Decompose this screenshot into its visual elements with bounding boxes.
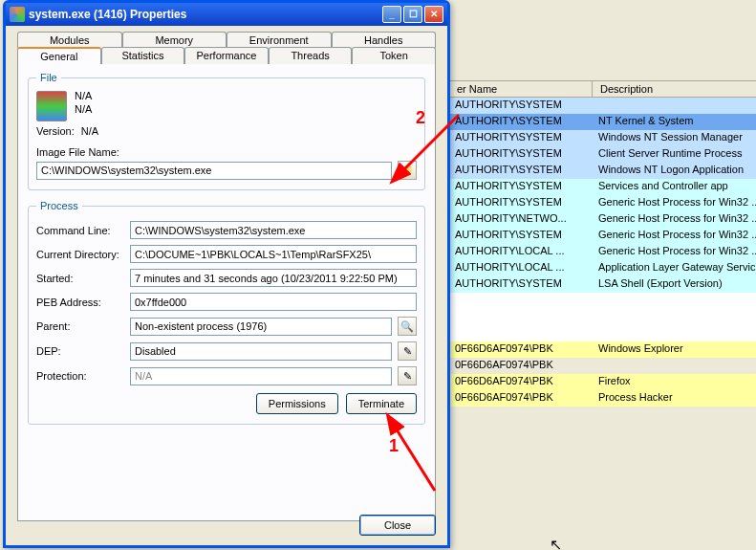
table-row[interactable]: AUTHORITY\SYSTEM (449, 98, 756, 114)
edit-dep-button[interactable]: ✎ (398, 341, 417, 361)
tab-token[interactable]: Token (352, 47, 436, 64)
cell-username: AUTHORITY\SYSTEM (449, 195, 593, 211)
cell-username: 0F66D6AF0974\PBK (449, 390, 593, 407)
parent-input[interactable] (130, 318, 392, 336)
titlebar[interactable]: system.exe (1416) Properties _ ☐ ✕ (6, 3, 447, 26)
close-window-button[interactable]: ✕ (424, 6, 443, 23)
tab-performance[interactable]: Performance (184, 47, 269, 64)
cell-username: 0F66D6AF0974\PBK (449, 358, 593, 374)
folder-icon: 📁 (400, 165, 414, 177)
cell-description: NT Kernel & System (593, 114, 756, 130)
cmdline-input[interactable] (130, 221, 417, 239)
file-group: File N/A N/A Version: N/A Image File Nam… (28, 72, 425, 190)
table-row[interactable]: AUTHORITY\SYSTEMNT Kernel & System (449, 114, 756, 130)
tab-memory[interactable]: Memory (122, 32, 227, 48)
process-group: Process Command Line: Current Directory:… (28, 200, 425, 425)
file-desc-line1: N/A (75, 89, 92, 102)
process-legend: Process (36, 200, 82, 211)
bg-process-list[interactable]: AUTHORITY\SYSTEMAUTHORITY\SYSTEMNT Kerne… (449, 98, 756, 407)
browse-file-button[interactable]: 📁 (398, 161, 417, 180)
protection-input (130, 367, 392, 385)
cell-description: Application Layer Gateway Service (593, 260, 756, 276)
tab-threads[interactable]: Threads (269, 47, 353, 64)
curdir-input[interactable] (130, 245, 417, 263)
maximize-button[interactable]: ☐ (403, 6, 422, 23)
cell-description (593, 309, 756, 325)
cell-username: AUTHORITY\SYSTEM (449, 276, 593, 293)
tab-modules[interactable]: Modules (17, 32, 122, 48)
app-icon (10, 7, 25, 22)
image-file-name-input[interactable] (36, 162, 392, 180)
terminate-button[interactable]: Terminate (346, 393, 417, 414)
close-button[interactable]: Close (359, 515, 436, 536)
dep-input[interactable] (130, 342, 392, 361)
window-title: system.exe (1416) Properties (29, 8, 382, 21)
table-row[interactable]: AUTHORITY\LOCAL ...Application Layer Gat… (449, 260, 756, 276)
cell-description (593, 325, 756, 341)
table-row[interactable]: AUTHORITY\SYSTEMGeneric Host Process for… (449, 228, 756, 244)
bg-col-description[interactable]: Description (593, 81, 756, 97)
cell-description: Services and Controller app (593, 179, 756, 195)
cell-description: Firefox (593, 374, 756, 390)
parent-label: Parent: (36, 320, 124, 332)
table-row[interactable]: 0F66D6AF0974\PBKProcess Hacker (449, 390, 756, 407)
bg-col-username[interactable]: er Name (449, 81, 593, 97)
started-label: Started: (36, 273, 124, 284)
tab-strip: ModulesMemoryEnvironmentHandles GeneralS… (17, 32, 436, 64)
table-row[interactable] (449, 325, 756, 341)
cell-username: AUTHORITY\NETWO... (449, 211, 593, 228)
file-icon (36, 91, 67, 121)
image-file-name-label: Image File Name: (36, 146, 417, 158)
cell-username: AUTHORITY\SYSTEM (449, 163, 593, 179)
tab-handles[interactable]: Handles (332, 32, 437, 48)
table-row[interactable]: AUTHORITY\SYSTEMServices and Controller … (449, 179, 756, 195)
tab-general[interactable]: General (17, 47, 101, 64)
table-row[interactable]: 0F66D6AF0974\PBKWindows Explorer (449, 341, 756, 358)
cell-description: Client Server Runtime Process (593, 146, 756, 163)
cell-description: Generic Host Process for Win32 ... (593, 228, 756, 244)
mouse-cursor-icon: ↖ (550, 536, 562, 550)
tab-environment[interactable]: Environment (227, 32, 332, 48)
cell-username (449, 325, 593, 341)
cell-description: Windows NT Session Manager (593, 130, 756, 146)
table-row[interactable]: AUTHORITY\SYSTEMClient Server Runtime Pr… (449, 146, 756, 163)
cell-username: AUTHORITY\SYSTEM (449, 146, 593, 163)
pencil-icon: ✎ (403, 345, 412, 358)
permissions-button[interactable]: Permissions (256, 393, 338, 414)
cell-description: Generic Host Process for Win32 ... (593, 195, 756, 211)
cell-description: Generic Host Process for Win32 ... (593, 244, 756, 260)
table-row[interactable]: AUTHORITY\LOCAL ...Generic Host Process … (449, 244, 756, 260)
tab-statistics[interactable]: Statistics (101, 47, 185, 64)
cell-username: 0F66D6AF0974\PBK (449, 374, 593, 390)
cell-description: Windows Explorer (593, 341, 756, 358)
cell-username (449, 309, 593, 325)
cell-description: Generic Host Process for Win32 ... (593, 211, 756, 228)
cell-username: AUTHORITY\SYSTEM (449, 130, 593, 146)
cell-username: AUTHORITY\LOCAL ... (449, 244, 593, 260)
cell-username: AUTHORITY\LOCAL ... (449, 260, 593, 276)
bg-column-header[interactable]: er Name Description (449, 80, 756, 98)
file-desc-line2: N/A (75, 102, 92, 116)
cell-description (593, 293, 756, 309)
started-input[interactable] (130, 269, 417, 287)
cell-username: 0F66D6AF0974\PBK (449, 341, 593, 358)
table-row[interactable]: AUTHORITY\SYSTEMGeneric Host Process for… (449, 195, 756, 211)
table-row[interactable]: 0F66D6AF0974\PBKFirefox (449, 374, 756, 390)
table-row[interactable]: AUTHORITY\SYSTEMWindows NT Session Manag… (449, 130, 756, 146)
minimize-button[interactable]: _ (382, 6, 401, 23)
cell-username: AUTHORITY\SYSTEM (449, 228, 593, 244)
cell-description: LSA Shell (Export Version) (593, 276, 756, 293)
inspect-parent-button[interactable]: 🔍 (398, 317, 417, 336)
table-row[interactable]: 0F66D6AF0974\PBK (449, 358, 756, 374)
table-row[interactable]: AUTHORITY\NETWO...Generic Host Process f… (449, 211, 756, 228)
table-row[interactable] (449, 309, 756, 325)
edit-protection-button[interactable]: ✎ (398, 366, 417, 385)
table-row[interactable]: AUTHORITY\SYSTEMWindows NT Logon Applica… (449, 163, 756, 179)
table-row[interactable] (449, 293, 756, 309)
peb-input[interactable] (130, 293, 417, 311)
cell-username: AUTHORITY\SYSTEM (449, 114, 593, 130)
version-label: Version: (36, 125, 75, 137)
cell-description: Windows NT Logon Application (593, 163, 756, 179)
protection-label: Protection: (36, 370, 124, 382)
table-row[interactable]: AUTHORITY\SYSTEMLSA Shell (Export Versio… (449, 276, 756, 293)
